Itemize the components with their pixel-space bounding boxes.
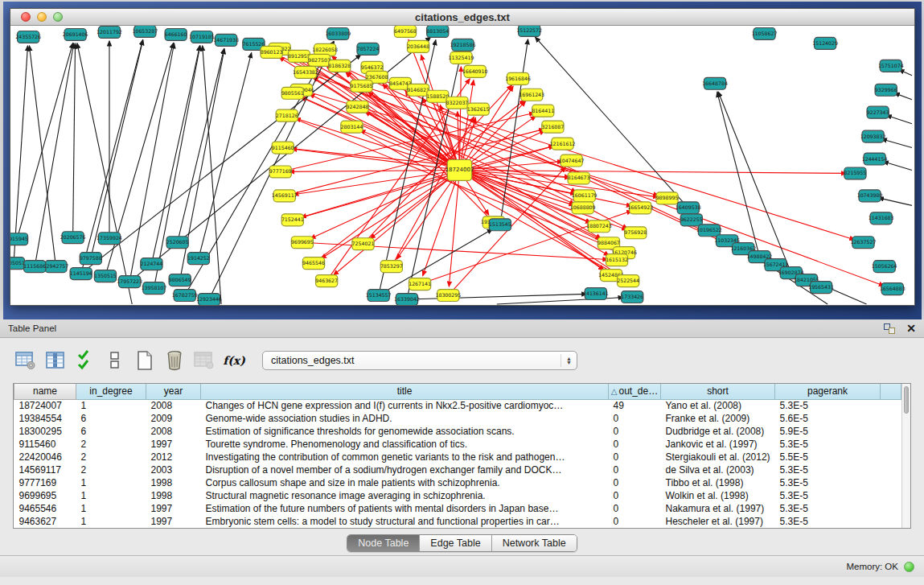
graph-node[interactable]: 7857224: [357, 43, 380, 55]
graph-node[interactable]: 6466160: [165, 28, 187, 40]
graph-node[interactable]: 16033809: [325, 27, 351, 39]
graph-node[interactable]: 9622255: [680, 214, 703, 226]
graph-node[interactable]: 12161612: [550, 138, 576, 150]
graph-node[interactable]: 18807243: [586, 220, 612, 233]
graph-node[interactable]: 14569117: [272, 190, 298, 202]
graph-node[interactable]: 9797588: [80, 253, 102, 265]
table-cell[interactable]: Franke et al. (2009): [661, 412, 775, 425]
graph-node[interactable]: 9463627: [315, 275, 338, 287]
graph-node[interactable]: 11058627: [752, 27, 778, 39]
table-cell[interactable]: 2: [76, 463, 146, 476]
graph-node[interactable]: 10719185: [189, 31, 215, 43]
table-cell[interactable]: 1997: [146, 515, 201, 528]
table-cell[interactable]: 2003: [146, 463, 201, 476]
graph-node[interactable]: 2036448: [407, 40, 429, 52]
graph-node[interactable]: 3915945: [10, 233, 28, 245]
graph-node[interactable]: 9115460: [272, 142, 294, 154]
table-cell[interactable]: 5.3E-5: [775, 438, 881, 451]
graph-node[interactable]: 8215955: [844, 167, 867, 179]
table-cell[interactable]: 2008: [146, 399, 201, 412]
graph-node[interactable]: 16564883: [880, 283, 906, 295]
table-cell[interactable]: 5.6E-5: [775, 412, 881, 425]
graph-node[interactable]: 16961243: [519, 89, 544, 101]
graph-node[interactable]: 10653287: [132, 26, 158, 37]
table-cell[interactable]: 2012: [146, 451, 201, 463]
graph-node[interactable]: 20206576: [60, 232, 86, 244]
table-cell[interactable]: 5.5E-5: [775, 451, 881, 463]
table-row[interactable]: 1938455462009Genome-wide association stu…: [14, 412, 901, 425]
graph-hub-node[interactable]: 18724007: [446, 160, 474, 181]
graph-node[interactable]: 8912955: [288, 50, 310, 62]
column-header-title[interactable]: title: [201, 384, 609, 399]
unselect-all-icon[interactable]: [104, 349, 126, 372]
tab-node-table[interactable]: Node Table: [347, 535, 420, 551]
graph-node[interactable]: 9329966: [875, 84, 897, 96]
column-header-pagerank[interactable]: pagerank: [775, 384, 881, 399]
table-row[interactable]: 1830029562008Estimation of significance …: [14, 425, 901, 438]
graph-node[interactable]: 19616846: [505, 72, 531, 84]
graph-node[interactable]: 11431683: [869, 212, 894, 225]
graph-node[interactable]: 9465546: [302, 257, 325, 270]
graph-node[interactable]: 12923446: [196, 294, 222, 305]
graph-node[interactable]: 24355726: [15, 31, 41, 43]
graph-node[interactable]: 7152441: [281, 214, 304, 226]
network-window-titlebar[interactable]: citations_edges.txt: [10, 9, 914, 26]
column-header-out-de-[interactable]: △out_de…: [609, 384, 661, 399]
table-row[interactable]: 977716911998Corpus callosum shape and si…: [14, 476, 901, 489]
graph-node[interactable]: 13958107: [142, 282, 167, 295]
table-cell[interactable]: Investigating the contribution of common…: [201, 451, 609, 463]
table-cell[interactable]: 0: [609, 489, 661, 502]
graph-node[interactable]: 9227343: [867, 106, 889, 118]
graph-node[interactable]: 9175685: [351, 80, 373, 92]
table-cell[interactable]: 0: [609, 476, 661, 489]
table-cell[interactable]: 0: [609, 438, 661, 451]
graph-node[interactable]: 1914252: [187, 253, 210, 265]
graph-node[interactable]: 19218586: [450, 39, 476, 51]
graph-node[interactable]: 14136141: [583, 288, 609, 300]
graph-node[interactable]: 2803144: [341, 121, 363, 133]
float-panel-icon[interactable]: [884, 323, 895, 334]
table-cell[interactable]: Jankovic et al. (1997): [661, 438, 775, 451]
graph-node[interactable]: 10688809: [570, 202, 596, 214]
graph-node[interactable]: 18300295: [435, 290, 461, 302]
graph-node[interactable]: 1350515: [94, 270, 117, 282]
network-canvas[interactable]: 2435572620691406120117921065328764661601…: [10, 26, 914, 305]
table-cell[interactable]: 2008: [146, 425, 201, 438]
graph-node[interactable]: 12444154: [862, 153, 888, 165]
graph-node[interactable]: 15056264: [872, 261, 897, 273]
table-cell[interactable]: Wolkin et al. (1998): [661, 489, 775, 502]
select-all-icon[interactable]: [74, 349, 97, 372]
tab-network-table[interactable]: Network Table: [492, 535, 577, 551]
graph-node[interactable]: 2718126: [276, 109, 298, 122]
table-cell[interactable]: 6: [76, 425, 146, 438]
close-panel-icon[interactable]: ✕: [906, 323, 916, 334]
table-scrollbar-thumb[interactable]: [904, 386, 909, 414]
graph-node[interactable]: 15751074: [878, 60, 904, 72]
table-cell[interactable]: 9699695: [14, 489, 76, 502]
graph-node[interactable]: 8186328: [328, 60, 351, 72]
graph-node[interactable]: 6497568: [394, 26, 417, 37]
graph-node[interactable]: 9242848: [347, 101, 369, 113]
table-cell[interactable]: 1: [76, 515, 146, 528]
graph-node[interactable]: 8164411: [532, 105, 554, 117]
table-cell[interactable]: Tourette syndrome. Phenomenology and cla…: [201, 438, 609, 451]
graph-node[interactable]: 9756928: [624, 227, 647, 239]
table-cell[interactable]: 1997: [146, 438, 201, 451]
table-cell[interactable]: Hescheler et al. (1997): [661, 515, 775, 528]
graph-node[interactable]: 12093832: [860, 130, 886, 142]
table-cell[interactable]: 0: [609, 502, 661, 515]
table-row[interactable]: 946362711997Embryonic stem cells: a mode…: [14, 515, 901, 528]
table-cell[interactable]: Embryonic stem cells: a model to study s…: [201, 515, 609, 528]
graph-node[interactable]: 16061179: [572, 190, 598, 202]
graph-node[interactable]: 9699695: [291, 237, 314, 249]
table-cell[interactable]: 5.3E-5: [775, 515, 881, 528]
table-cell[interactable]: 9465546: [14, 502, 76, 515]
graph-node[interactable]: 15124029: [812, 37, 838, 49]
table-cell[interactable]: Corpus callosum shape and size in male p…: [201, 476, 609, 489]
column-header-name[interactable]: name: [14, 384, 76, 399]
table-cell[interactable]: Tibbo et al. (1998): [661, 476, 775, 489]
table-options-icon[interactable]: [14, 349, 37, 372]
graph-node[interactable]: 3216087: [542, 121, 565, 133]
table-cell[interactable]: 1: [76, 502, 146, 515]
graph-node[interactable]: 10474647: [559, 154, 585, 167]
